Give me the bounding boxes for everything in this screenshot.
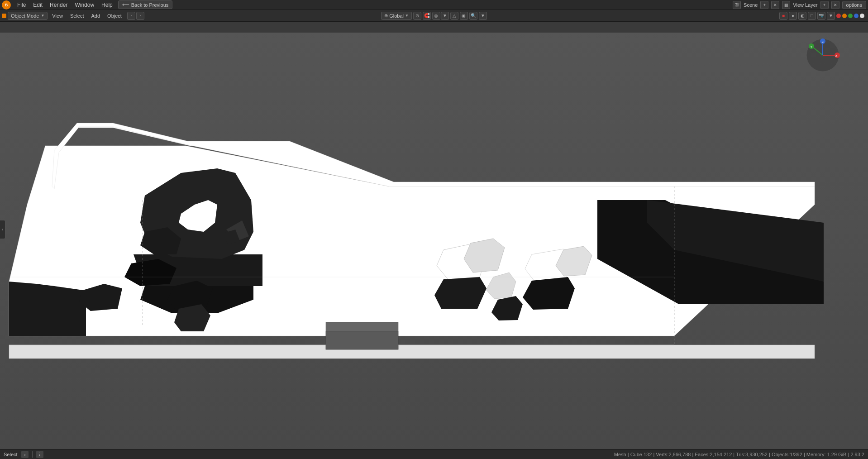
svg-marker-18: [434, 277, 486, 309]
viewport-gizmo[interactable]: X Y Z: [805, 37, 841, 73]
scene-label: Scene: [744, 2, 758, 8]
viewport-extra-btn2[interactable]: ⬝: [136, 12, 144, 20]
view-layer-label: View Layer: [793, 2, 817, 8]
menu-window[interactable]: Window: [71, 1, 98, 9]
rendered-icon[interactable]: ■: [779, 12, 787, 20]
menu-file[interactable]: File: [14, 1, 29, 9]
mode-chevron-down-icon: ▼: [41, 14, 44, 18]
svg-rect-26: [326, 331, 398, 349]
render-state-indicator: [842, 14, 847, 18]
options-button[interactable]: options: [842, 1, 866, 9]
view-layer-close-icon[interactable]: ✕: [831, 1, 839, 9]
scene-collection-icon: 🎬: [733, 1, 741, 9]
scene-close-icon[interactable]: ✕: [771, 1, 779, 9]
shading-options-icon[interactable]: ▼: [827, 12, 835, 20]
view-layer-settings-icon[interactable]: +: [820, 1, 829, 9]
scene-canvas: [0, 33, 868, 449]
menu-edit[interactable]: Edit: [29, 1, 46, 9]
view-layer-icon: ▦: [782, 1, 790, 9]
header-toolbar: Object Mode ▼ View Select Add Object ⬝ ⬝…: [0, 10, 868, 22]
keyframe-icon[interactable]: ⬦: [21, 451, 29, 458]
viewport-state-indicator: [848, 14, 853, 18]
search-icon[interactable]: 🔍: [469, 12, 477, 20]
svg-text:X: X: [835, 54, 838, 58]
wireframe-mode-icon[interactable]: □: [808, 12, 816, 20]
sidebar-collapse-icon: ‹: [2, 227, 3, 232]
overlay-state-indicator: [854, 14, 858, 18]
mode-indicator-dot: [2, 14, 6, 18]
3d-viewport[interactable]: X Y Z: [0, 33, 868, 449]
back-to-previous-button[interactable]: ⟵ Back to Previous: [118, 0, 173, 9]
view-menu[interactable]: View: [49, 12, 66, 19]
svg-text:Z: Z: [822, 40, 824, 44]
snap-icon[interactable]: 🧲: [423, 12, 431, 20]
material-preview-icon[interactable]: ●: [789, 12, 797, 20]
object-menu[interactable]: Object: [105, 12, 124, 19]
svg-text:Y: Y: [810, 45, 813, 49]
gizmo-state-indicator: [860, 14, 864, 18]
select-menu[interactable]: Select: [67, 12, 87, 19]
select-label: Select: [4, 452, 18, 457]
menu-render[interactable]: Render: [46, 1, 71, 9]
proportional-chevron-icon[interactable]: ▼: [441, 12, 449, 20]
back-icon: ⟵: [122, 2, 129, 8]
transform-global-selector[interactable]: ⊕ Global ▼: [381, 12, 412, 20]
global-icon: ⊕: [384, 13, 388, 18]
show-overlays-btn[interactable]: ◉: [460, 12, 468, 20]
svg-marker-5: [9, 282, 86, 336]
add-menu[interactable]: Add: [89, 12, 103, 19]
scene-settings-icon[interactable]: +: [760, 1, 768, 9]
menu-help[interactable]: Help: [98, 1, 116, 9]
top-menu-bar: B File Edit Render Window Help ⟵ Back to…: [0, 0, 868, 10]
object-mode-selector[interactable]: Object Mode ▼: [8, 12, 48, 20]
app-logo: B: [2, 0, 11, 10]
viewport-extra-btn1[interactable]: ⬝: [127, 12, 135, 20]
mesh-info: Mesh | Cube.132 | Verts:2,666,788 | Face…: [614, 452, 864, 457]
svg-marker-4: [9, 345, 815, 359]
status-bar: Select ⬦ ⋮ Mesh | Cube.132 | Verts:2,666…: [0, 449, 868, 459]
camera-perspective-icon[interactable]: 📷: [817, 12, 825, 20]
timeline-icon[interactable]: ⋮: [36, 451, 43, 458]
left-sidebar-toggle[interactable]: ‹: [0, 220, 5, 239]
solid-mode-icon[interactable]: ◐: [798, 12, 806, 20]
viewport-options-chevron[interactable]: ▼: [479, 12, 487, 20]
proportional-editing-btn[interactable]: ◎: [432, 12, 440, 20]
render-engine-indicator: [836, 14, 841, 18]
transform-pivot-btn[interactable]: ⊙: [413, 12, 421, 20]
global-chevron-down-icon: ▼: [405, 14, 409, 18]
show-gizmo-btn[interactable]: △: [450, 12, 458, 20]
